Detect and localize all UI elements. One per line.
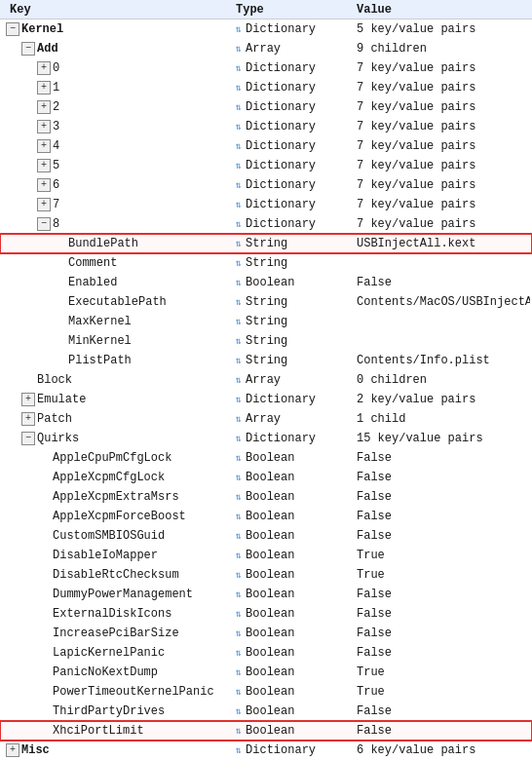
key-label-increasepcibarssize: IncreasePciBarSize	[53, 627, 179, 640]
sort-icon-enabled: ⇅	[236, 277, 242, 288]
key-label-maxkernel: MaxKernel	[68, 315, 132, 328]
toggle-add-4[interactable]: +	[37, 139, 51, 153]
tree-row-kernel[interactable]: −Kernel⇅Dictionary5 key/value pairs	[0, 19, 532, 39]
sort-icon-emulate: ⇅	[236, 394, 242, 405]
toggle-patch[interactable]: +	[21, 412, 35, 426]
tree-row-add-0[interactable]: +0⇅Dictionary7 key/value pairs	[0, 58, 532, 78]
toggle-add-5[interactable]: +	[37, 159, 51, 172]
key-cell-block: Block	[2, 373, 236, 387]
value-cell-add-2: 7 key/value pairs	[353, 100, 530, 114]
key-label-applexcpmcfglock: AppleXcpmCfgLock	[53, 471, 165, 484]
value-label-panicnokextdump: True	[357, 665, 385, 679]
type-label-quirks: Dictionary	[246, 432, 316, 445]
toggle-misc[interactable]: +	[6, 743, 19, 757]
type-cell-applexcpmforceboost: ⇅Boolean	[236, 510, 353, 523]
tree-row-bundlepath[interactable]: BundlePath⇅StringUSBInjectAll.kext	[0, 234, 532, 253]
tree-row-applexcpmforceboost[interactable]: AppleXcpmForceBoost⇅BooleanFalse	[0, 507, 532, 526]
tree-row-enabled[interactable]: Enabled⇅BooleanFalse	[0, 273, 532, 292]
toggle-add-0[interactable]: +	[37, 61, 51, 75]
tree-row-add-4[interactable]: +4⇅Dictionary7 key/value pairs	[0, 136, 532, 156]
value-cell-quirks: 15 key/value pairs	[353, 432, 530, 445]
tree-row-minkernel[interactable]: MinKernel⇅String	[0, 331, 532, 351]
type-label-add: Array	[246, 42, 281, 56]
tree-row-add[interactable]: −Add⇅Array9 children	[0, 39, 532, 58]
type-cell-panicnokextdump: ⇅Boolean	[236, 665, 353, 679]
value-cell-executablepath: Contents/MacOS/USBInjectAll	[353, 295, 530, 309]
tree-row-misc[interactable]: +Misc⇅Dictionary6 key/value pairs	[0, 741, 532, 760]
toggle-add-3[interactable]: +	[37, 120, 51, 133]
toggle-add-8[interactable]: −	[37, 217, 51, 231]
tree-row-disableiomapper[interactable]: DisableIoMapper⇅BooleanTrue	[0, 546, 532, 565]
type-label-add-6: Dictionary	[246, 178, 316, 192]
key-cell-patch: +Patch	[2, 412, 236, 426]
type-label-enabled: Boolean	[246, 276, 294, 289]
header-row: Key Type Value	[0, 0, 532, 19]
key-label-externaldiskicons: ExternalDiskIcons	[53, 607, 171, 621]
type-cell-quirks: ⇅Dictionary	[236, 432, 353, 445]
value-label-add-4: 7 key/value pairs	[357, 139, 475, 153]
tree-row-thirdpartydrives[interactable]: ThirdPartyDrives⇅BooleanFalse	[0, 702, 532, 721]
tree-row-add-7[interactable]: +7⇅Dictionary7 key/value pairs	[0, 195, 532, 214]
type-label-disableiomapper: Boolean	[246, 549, 294, 562]
tree-row-emulate[interactable]: +Emulate⇅Dictionary2 key/value pairs	[0, 390, 532, 409]
value-label-quirks: 15 key/value pairs	[357, 432, 483, 445]
type-cell-applexcpmcfglock: ⇅Boolean	[236, 471, 353, 484]
sort-icon-misc: ⇅	[236, 744, 242, 756]
key-cell-enabled: Enabled	[2, 276, 236, 289]
toggle-add-1[interactable]: +	[37, 81, 51, 95]
tree-row-quirks[interactable]: −Quirks⇅Dictionary15 key/value pairs	[0, 429, 532, 448]
type-cell-lapickernelpanic: ⇅Boolean	[236, 646, 353, 660]
tree-row-add-6[interactable]: +6⇅Dictionary7 key/value pairs	[0, 175, 532, 195]
toggle-kernel[interactable]: −	[6, 22, 19, 36]
tree-row-comment[interactable]: Comment⇅String	[0, 253, 532, 273]
toggle-add-7[interactable]: +	[37, 198, 51, 211]
tree-row-applecpupmcfglock[interactable]: AppleCpuPmCfgLock⇅BooleanFalse	[0, 448, 532, 468]
tree-row-disablertcchecksum[interactable]: DisableRtcChecksum⇅BooleanTrue	[0, 565, 532, 585]
tree-row-dummypowermanagement[interactable]: DummyPowerManagement⇅BooleanFalse	[0, 585, 532, 604]
tree-row-increasepcibarssize[interactable]: IncreasePciBarSize⇅BooleanFalse	[0, 624, 532, 643]
value-label-add-7: 7 key/value pairs	[357, 198, 475, 211]
tree-row-powertimeoutkernelpanic[interactable]: PowerTimeoutKernelPanic⇅BooleanTrue	[0, 682, 532, 702]
key-label-add-3: 3	[53, 120, 59, 133]
key-cell-plistpath: PlistPath	[2, 354, 236, 367]
tree-row-maxkernel[interactable]: MaxKernel⇅String	[0, 312, 532, 331]
tree-row-add-3[interactable]: +3⇅Dictionary7 key/value pairs	[0, 117, 532, 136]
key-cell-add-0: +0	[2, 61, 236, 75]
key-cell-kernel: −Kernel	[2, 22, 236, 36]
sort-icon-disablertcchecksum: ⇅	[236, 569, 242, 581]
tree-row-applexcpmcfglock[interactable]: AppleXcpmCfgLock⇅BooleanFalse	[0, 468, 532, 487]
type-cell-comment: ⇅String	[236, 256, 353, 270]
key-cell-maxkernel: MaxKernel	[2, 315, 236, 328]
type-cell-executablepath: ⇅String	[236, 295, 353, 309]
tree-row-executablepath[interactable]: ExecutablePath⇅StringContents/MacOS/USBI…	[0, 292, 532, 312]
tree-row-customsmbisguid[interactable]: CustomSMBIOSGuid⇅BooleanFalse	[0, 526, 532, 546]
toggle-add-2[interactable]: +	[37, 100, 51, 114]
sort-icon-add-4: ⇅	[236, 140, 242, 152]
toggle-add-6[interactable]: +	[37, 178, 51, 192]
tree-row-panicnokextdump[interactable]: PanicNoKextDump⇅BooleanTrue	[0, 663, 532, 682]
toggle-add[interactable]: −	[21, 42, 35, 56]
tree-row-lapickernelpanic[interactable]: LapicKernelPanic⇅BooleanFalse	[0, 643, 532, 663]
type-column-header: Type	[236, 3, 264, 17]
tree-row-patch[interactable]: +Patch⇅Array1 child	[0, 409, 532, 429]
tree-row-add-8[interactable]: −8⇅Dictionary7 key/value pairs	[0, 214, 532, 234]
sort-icon-applexcpmforceboost: ⇅	[236, 511, 242, 522]
tree-row-add-5[interactable]: +5⇅Dictionary7 key/value pairs	[0, 156, 532, 175]
toggle-emulate[interactable]: +	[21, 393, 35, 406]
toggle-quirks[interactable]: −	[21, 432, 35, 445]
type-cell-xhciportlimit: ⇅Boolean	[236, 724, 353, 738]
key-cell-add-7: +7	[2, 198, 236, 211]
tree-row-add-2[interactable]: +2⇅Dictionary7 key/value pairs	[0, 97, 532, 117]
sort-icon-increasepcibarssize: ⇅	[236, 627, 242, 639]
tree-row-block[interactable]: Block⇅Array0 children	[0, 370, 532, 390]
key-label-quirks: Quirks	[37, 432, 79, 445]
tree-row-applexcpmextramrs[interactable]: AppleXcpmExtraMsrs⇅BooleanFalse	[0, 487, 532, 507]
tree-row-add-1[interactable]: +1⇅Dictionary7 key/value pairs	[0, 78, 532, 97]
tree-row-xhciportlimit[interactable]: XhciPortLimit⇅BooleanFalse	[0, 721, 532, 741]
value-label-applexcpmextramrs: False	[357, 490, 392, 504]
key-label-powertimeoutkernelpanic: PowerTimeoutKernelPanic	[53, 685, 214, 699]
tree-row-externaldiskicons[interactable]: ExternalDiskIcons⇅BooleanFalse	[0, 604, 532, 624]
key-cell-comment: Comment	[2, 256, 236, 270]
type-label-xhciportlimit: Boolean	[246, 724, 294, 738]
tree-row-plistpath[interactable]: PlistPath⇅StringContents/Info.plist	[0, 351, 532, 370]
